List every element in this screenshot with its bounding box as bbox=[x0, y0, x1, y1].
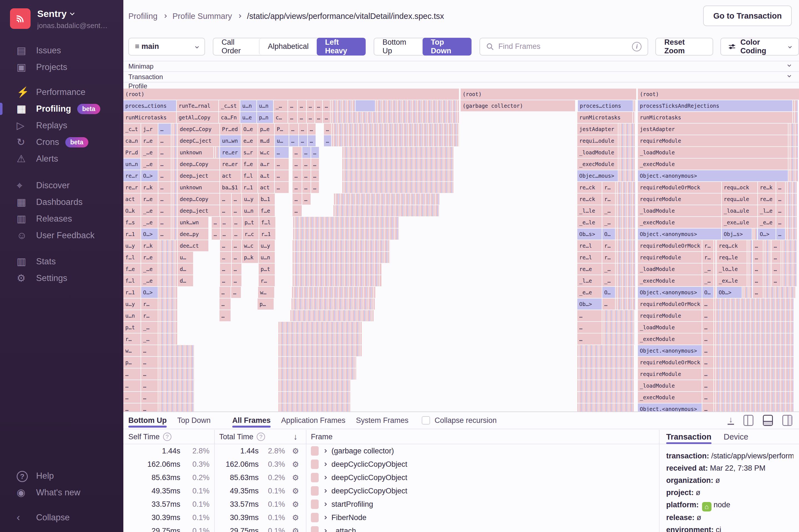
sidebar-item-projects[interactable]: ▣Projects bbox=[0, 59, 123, 76]
download-icon[interactable]: ↓ bbox=[728, 416, 734, 425]
flame-frame[interactable]: … bbox=[288, 100, 297, 111]
flame-frame[interactable]: … bbox=[159, 170, 171, 181]
flame-frame[interactable]: f…e bbox=[241, 158, 258, 170]
flame-frame[interactable] bbox=[356, 100, 375, 111]
flame-frame[interactable]: r…k bbox=[141, 182, 158, 193]
flame-frame[interactable]: u…n bbox=[242, 205, 258, 216]
flame-frame[interactable]: … bbox=[159, 135, 171, 146]
flame-frame[interactable]: r…1 bbox=[123, 287, 141, 298]
flame-frame[interactable]: r…e bbox=[141, 135, 158, 146]
flame-frame[interactable]: … bbox=[602, 299, 615, 309]
flame-frame[interactable]: Pr…d bbox=[123, 147, 141, 158]
flame-frame[interactable]: u…n bbox=[123, 310, 141, 321]
flame-frame[interactable]: … bbox=[776, 182, 785, 193]
flame-frame[interactable]: ba…$1 bbox=[220, 182, 241, 193]
flame-frame[interactable]: … bbox=[232, 252, 241, 263]
flame-frame[interactable]: Pr…ed bbox=[220, 124, 241, 135]
breadcrumb-item[interactable]: Profile Summary bbox=[172, 12, 232, 21]
sidebar-item-what-s-new[interactable]: ◉What's new bbox=[0, 484, 123, 501]
flame-frame[interactable]: _… bbox=[602, 205, 615, 216]
flame-frame[interactable]: f…e bbox=[123, 264, 141, 274]
flame-frame[interactable]: _… bbox=[274, 100, 287, 111]
flame-frame[interactable]: O…> bbox=[141, 170, 158, 181]
flame-frame[interactable]: requireModuleOrMock bbox=[638, 182, 721, 193]
flame-frame[interactable]: runMicrotasks bbox=[577, 112, 632, 123]
flame-frame[interactable]: re…l bbox=[577, 252, 602, 263]
flame-frame[interactable]: _loadModule bbox=[638, 380, 702, 391]
direction-option-top-down[interactable]: Top Down bbox=[423, 38, 471, 56]
flame-frame[interactable]: … bbox=[702, 310, 713, 321]
flame-frame[interactable]: … bbox=[315, 100, 322, 111]
flame-frame[interactable]: p…n bbox=[257, 112, 273, 123]
flame-frame[interactable]: r…1 bbox=[241, 182, 258, 193]
flame-frame[interactable]: … bbox=[159, 182, 171, 193]
flame-frame[interactable]: r…c bbox=[243, 229, 259, 240]
flame-frame[interactable]: p…e bbox=[258, 124, 274, 135]
flame-frame[interactable]: … bbox=[776, 193, 785, 205]
details-tab-transaction[interactable]: Transaction bbox=[666, 430, 711, 444]
flame-frame[interactable]: _lo…le bbox=[717, 264, 747, 274]
flame-frame[interactable]: re…ck bbox=[577, 193, 602, 205]
flame-frame[interactable]: _e…e bbox=[577, 287, 602, 298]
flame-frame[interactable]: _…e bbox=[141, 275, 158, 286]
frame-name-cell[interactable]: deepCyclicCopyObject bbox=[306, 471, 659, 484]
flame-frame[interactable]: requireModule bbox=[638, 368, 702, 380]
flame-frame[interactable]: … bbox=[275, 158, 289, 170]
find-frames-search[interactable]: i bbox=[480, 38, 648, 56]
sort-desc-icon[interactable]: ↓ bbox=[285, 432, 306, 441]
direction-option-bottom-up[interactable]: Bottom Up bbox=[374, 38, 423, 55]
flame-frame[interactable]: … bbox=[323, 100, 330, 111]
flame-frame[interactable]: requi…odule bbox=[577, 135, 618, 146]
flame-frame[interactable]: p…k bbox=[242, 252, 258, 263]
flame-frame[interactable]: getAl…Copy bbox=[177, 112, 218, 123]
flame-frame[interactable]: … bbox=[302, 158, 311, 170]
flame-frame[interactable]: un…wn bbox=[220, 135, 241, 146]
flame-frame[interactable]: _e…e bbox=[758, 217, 776, 228]
table-row[interactable]: 162.06ms0.3%162.06ms0.3%⚙deepCyclicCopyO… bbox=[123, 458, 659, 471]
flame-frame[interactable]: P… bbox=[275, 124, 289, 135]
flame-frame[interactable]: … bbox=[307, 100, 315, 111]
flame-frame[interactable]: r… bbox=[141, 299, 158, 309]
flame-frame[interactable]: r…1 bbox=[123, 229, 141, 240]
flame-frame[interactable]: … bbox=[141, 403, 158, 412]
sidebar-item-profiling[interactable]: ▦Profilingbeta bbox=[0, 100, 123, 117]
flame-frame[interactable]: f…e bbox=[259, 205, 275, 216]
flame-frame[interactable]: _…e bbox=[141, 205, 158, 216]
flame-frame[interactable]: … bbox=[123, 380, 141, 391]
flame-frame[interactable]: re…r bbox=[123, 170, 141, 181]
table-row[interactable]: 1.44s2.8%1.44s2.8%⚙(garbage collector) bbox=[123, 444, 659, 458]
flame-frame[interactable]: … bbox=[702, 334, 713, 345]
flame-frame[interactable]: unknown bbox=[178, 182, 220, 193]
flame-frame[interactable]: deep…ject bbox=[178, 170, 220, 181]
sidebar-item-stats[interactable]: ▥Stats bbox=[0, 253, 123, 270]
flame-frame[interactable]: j…r bbox=[141, 124, 158, 135]
flame-frame[interactable]: … bbox=[308, 135, 316, 146]
sidebar-item-alerts[interactable]: ⚠Alerts bbox=[0, 151, 123, 167]
flame-frame[interactable]: _…e bbox=[141, 217, 158, 228]
flame-frame[interactable]: u…n bbox=[240, 100, 256, 111]
flame-frame[interactable]: … bbox=[232, 275, 241, 286]
flame-frame[interactable]: … bbox=[702, 368, 713, 380]
flame-frame[interactable]: … bbox=[302, 182, 311, 193]
flame-frame[interactable]: r…k bbox=[141, 240, 158, 251]
flame-frame[interactable]: _…e bbox=[141, 147, 158, 158]
flame-frame[interactable]: … bbox=[753, 287, 763, 298]
flame-frame[interactable]: requireModule bbox=[638, 135, 788, 146]
flame-frame[interactable]: … bbox=[159, 193, 171, 205]
flame-frame[interactable]: … bbox=[702, 299, 713, 309]
flame-frame[interactable]: p…t bbox=[123, 322, 141, 333]
strip-transaction[interactable]: Transaction bbox=[123, 71, 799, 82]
flame-frame[interactable]: … bbox=[141, 392, 158, 403]
flame-frame[interactable]: _loadModule bbox=[638, 205, 721, 216]
flame-frame[interactable]: … bbox=[315, 112, 322, 123]
flame-frame[interactable]: … bbox=[159, 147, 171, 158]
flame-frame[interactable]: … bbox=[293, 147, 302, 158]
flame-frame[interactable]: … bbox=[275, 170, 289, 181]
flame-frame[interactable]: … bbox=[311, 158, 319, 170]
total-time-header[interactable]: Total Time? bbox=[214, 433, 285, 441]
flame-frame[interactable]: u…y bbox=[123, 299, 141, 309]
flame-frame[interactable]: jestAdapter bbox=[638, 124, 788, 135]
flame-frame[interactable]: … bbox=[293, 182, 302, 193]
flame-frame[interactable]: … bbox=[159, 158, 171, 170]
table-row[interactable]: 49.35ms0.1%49.35ms0.1%⚙deepCyclicCopyObj… bbox=[123, 484, 659, 498]
